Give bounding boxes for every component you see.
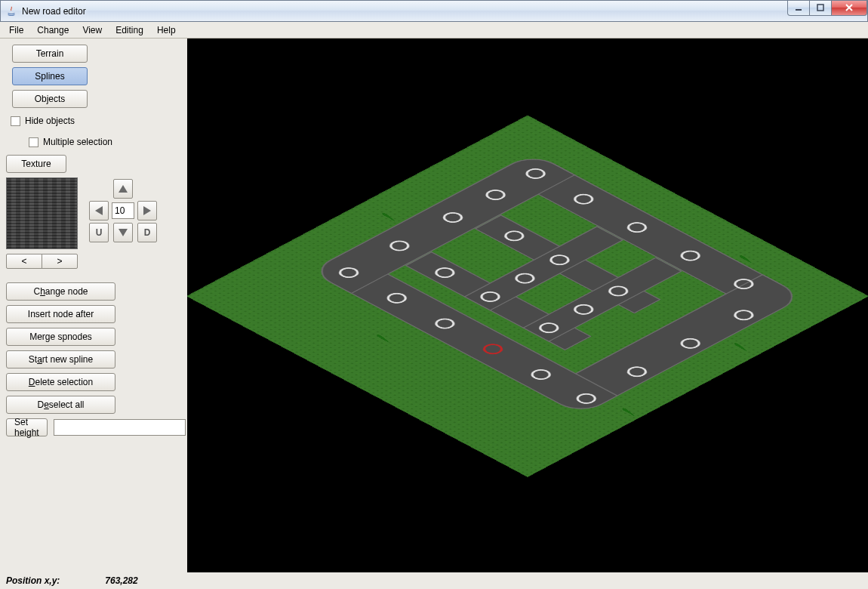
arrow-down-icon xyxy=(119,229,128,236)
arrow-up-icon xyxy=(119,185,128,193)
tree-object xyxy=(620,407,637,419)
texture-panel: < > U D xyxy=(6,177,181,269)
multiple-selection-checkbox[interactable] xyxy=(29,137,38,147)
window-buttons xyxy=(788,1,867,16)
tree-object xyxy=(733,342,749,354)
terrain-ground xyxy=(187,115,868,477)
texture-preview xyxy=(6,177,78,249)
multiple-selection-label: Multiple selection xyxy=(43,137,112,147)
texture-prev-button[interactable]: < xyxy=(6,254,42,269)
svg-rect-0 xyxy=(796,9,802,11)
java-app-icon xyxy=(5,5,17,17)
objects-button[interactable]: Objects xyxy=(12,90,88,108)
insert-node-after-button[interactable]: Insert node after xyxy=(6,305,115,323)
status-position-label: Position x,y: xyxy=(6,575,60,586)
u-label: U xyxy=(96,227,103,238)
menu-change[interactable]: Change xyxy=(31,23,75,37)
window-titlebar: New road editor xyxy=(0,0,868,22)
arrow-right-icon xyxy=(143,206,151,215)
merge-spnodes-button[interactable]: Merge spnodes xyxy=(6,328,115,346)
nudge-d-button[interactable]: D xyxy=(137,223,157,242)
status-bar: Position x,y: 763,282 xyxy=(0,572,868,589)
arrow-left-icon xyxy=(95,206,103,215)
minimize-button[interactable] xyxy=(787,1,810,16)
close-button[interactable] xyxy=(831,1,867,16)
sidebar: Terrain Splines Objects Hide objects Mul… xyxy=(0,39,187,572)
nudge-step-input[interactable] xyxy=(112,202,134,219)
menu-view[interactable]: View xyxy=(76,23,108,37)
menu-file[interactable]: File xyxy=(3,23,29,37)
multiple-selection-checkbox-row[interactable]: Multiple selection xyxy=(6,134,181,150)
d-label: D xyxy=(144,227,151,238)
deselect-all-button[interactable]: Deselect all xyxy=(6,396,115,414)
tree-object xyxy=(380,211,397,224)
maximize-button[interactable] xyxy=(809,1,832,16)
main-area: Terrain Splines Objects Hide objects Mul… xyxy=(0,39,868,572)
menu-help[interactable]: Help xyxy=(151,23,182,37)
hide-objects-checkbox[interactable] xyxy=(11,116,20,126)
svg-rect-1 xyxy=(817,5,823,11)
tree-object xyxy=(375,333,392,345)
nudge-u-button[interactable]: U xyxy=(89,223,109,242)
splines-button[interactable]: Splines xyxy=(12,67,88,85)
editor-viewport[interactable] xyxy=(187,39,868,572)
nudge-right-button[interactable] xyxy=(137,201,157,220)
terrain-button[interactable]: Terrain xyxy=(12,45,88,63)
status-position-value: 763,282 xyxy=(105,575,137,586)
nudge-left-button[interactable] xyxy=(89,201,109,220)
texture-button[interactable]: Texture xyxy=(6,155,66,173)
menu-bar: File Change View Editing Help xyxy=(0,22,868,39)
set-height-button[interactable]: Set height xyxy=(6,418,48,436)
texture-next-button[interactable]: > xyxy=(42,254,78,269)
change-node-button[interactable]: Change node xyxy=(6,282,115,301)
delete-selection-button[interactable]: Delete selection xyxy=(6,373,115,391)
hide-objects-label: Hide objects xyxy=(25,116,75,126)
nudge-down-button[interactable] xyxy=(113,223,133,242)
hide-objects-checkbox-row[interactable]: Hide objects xyxy=(6,113,181,129)
nudge-pad: U D xyxy=(89,179,157,269)
window-title: New road editor xyxy=(22,6,788,17)
road-segment xyxy=(538,273,805,415)
set-height-input[interactable] xyxy=(54,419,186,436)
menu-editing[interactable]: Editing xyxy=(109,23,149,37)
start-new-spline-button[interactable]: Start new spline xyxy=(6,350,115,369)
nudge-up-button[interactable] xyxy=(113,179,133,199)
